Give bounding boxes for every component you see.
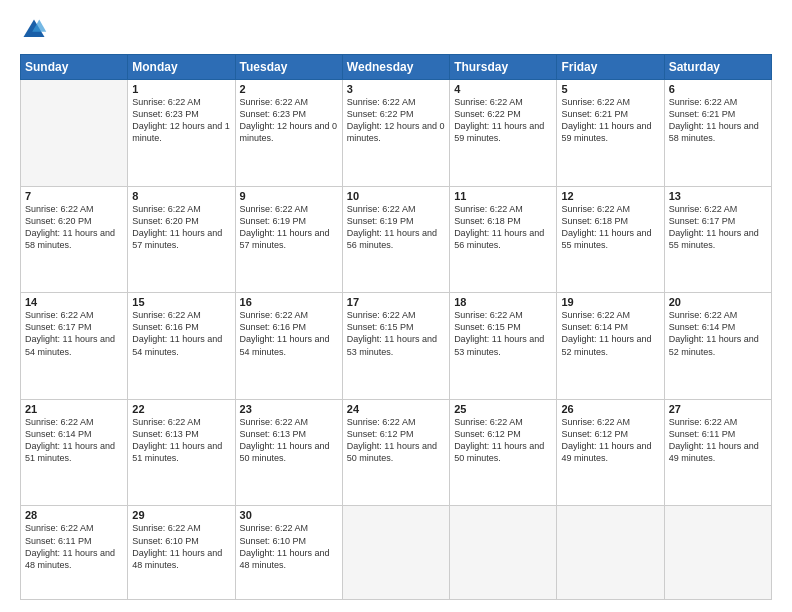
calendar-cell: 22Sunrise: 6:22 AMSunset: 6:13 PMDayligh… [128, 399, 235, 506]
calendar-cell: 3Sunrise: 6:22 AMSunset: 6:22 PMDaylight… [342, 80, 449, 187]
day-info: Sunrise: 6:22 AMSunset: 6:17 PMDaylight:… [25, 309, 123, 358]
day-number: 4 [454, 83, 552, 95]
day-info: Sunrise: 6:22 AMSunset: 6:14 PMDaylight:… [25, 416, 123, 465]
calendar-cell: 28Sunrise: 6:22 AMSunset: 6:11 PMDayligh… [21, 506, 128, 600]
calendar-cell: 5Sunrise: 6:22 AMSunset: 6:21 PMDaylight… [557, 80, 664, 187]
day-number: 26 [561, 403, 659, 415]
day-number: 15 [132, 296, 230, 308]
calendar-cell: 4Sunrise: 6:22 AMSunset: 6:22 PMDaylight… [450, 80, 557, 187]
weekday-header-friday: Friday [557, 55, 664, 80]
calendar-cell: 12Sunrise: 6:22 AMSunset: 6:18 PMDayligh… [557, 186, 664, 293]
calendar-cell: 18Sunrise: 6:22 AMSunset: 6:15 PMDayligh… [450, 293, 557, 400]
calendar-cell: 23Sunrise: 6:22 AMSunset: 6:13 PMDayligh… [235, 399, 342, 506]
day-info: Sunrise: 6:22 AMSunset: 6:15 PMDaylight:… [347, 309, 445, 358]
day-info: Sunrise: 6:22 AMSunset: 6:11 PMDaylight:… [25, 522, 123, 571]
calendar-cell: 16Sunrise: 6:22 AMSunset: 6:16 PMDayligh… [235, 293, 342, 400]
day-number: 21 [25, 403, 123, 415]
calendar-cell: 30Sunrise: 6:22 AMSunset: 6:10 PMDayligh… [235, 506, 342, 600]
day-number: 13 [669, 190, 767, 202]
day-info: Sunrise: 6:22 AMSunset: 6:10 PMDaylight:… [132, 522, 230, 571]
day-number: 28 [25, 509, 123, 521]
calendar-cell: 8Sunrise: 6:22 AMSunset: 6:20 PMDaylight… [128, 186, 235, 293]
day-info: Sunrise: 6:22 AMSunset: 6:21 PMDaylight:… [561, 96, 659, 145]
day-number: 18 [454, 296, 552, 308]
day-info: Sunrise: 6:22 AMSunset: 6:22 PMDaylight:… [454, 96, 552, 145]
day-number: 11 [454, 190, 552, 202]
calendar-cell: 19Sunrise: 6:22 AMSunset: 6:14 PMDayligh… [557, 293, 664, 400]
day-number: 10 [347, 190, 445, 202]
week-row-4: 21Sunrise: 6:22 AMSunset: 6:14 PMDayligh… [21, 399, 772, 506]
calendar-cell: 2Sunrise: 6:22 AMSunset: 6:23 PMDaylight… [235, 80, 342, 187]
day-info: Sunrise: 6:22 AMSunset: 6:13 PMDaylight:… [132, 416, 230, 465]
day-info: Sunrise: 6:22 AMSunset: 6:19 PMDaylight:… [240, 203, 338, 252]
calendar-cell [342, 506, 449, 600]
day-info: Sunrise: 6:22 AMSunset: 6:23 PMDaylight:… [240, 96, 338, 145]
weekday-header-saturday: Saturday [664, 55, 771, 80]
weekday-header-monday: Monday [128, 55, 235, 80]
calendar-cell: 27Sunrise: 6:22 AMSunset: 6:11 PMDayligh… [664, 399, 771, 506]
day-info: Sunrise: 6:22 AMSunset: 6:10 PMDaylight:… [240, 522, 338, 571]
calendar-cell: 15Sunrise: 6:22 AMSunset: 6:16 PMDayligh… [128, 293, 235, 400]
calendar-cell: 25Sunrise: 6:22 AMSunset: 6:12 PMDayligh… [450, 399, 557, 506]
calendar-cell: 26Sunrise: 6:22 AMSunset: 6:12 PMDayligh… [557, 399, 664, 506]
day-info: Sunrise: 6:22 AMSunset: 6:18 PMDaylight:… [454, 203, 552, 252]
calendar-cell: 6Sunrise: 6:22 AMSunset: 6:21 PMDaylight… [664, 80, 771, 187]
calendar-cell [450, 506, 557, 600]
calendar-cell: 24Sunrise: 6:22 AMSunset: 6:12 PMDayligh… [342, 399, 449, 506]
day-number: 5 [561, 83, 659, 95]
calendar-table: SundayMondayTuesdayWednesdayThursdayFrid… [20, 54, 772, 600]
day-number: 27 [669, 403, 767, 415]
weekday-header-thursday: Thursday [450, 55, 557, 80]
week-row-5: 28Sunrise: 6:22 AMSunset: 6:11 PMDayligh… [21, 506, 772, 600]
day-info: Sunrise: 6:22 AMSunset: 6:12 PMDaylight:… [454, 416, 552, 465]
calendar-cell: 13Sunrise: 6:22 AMSunset: 6:17 PMDayligh… [664, 186, 771, 293]
day-info: Sunrise: 6:22 AMSunset: 6:20 PMDaylight:… [132, 203, 230, 252]
day-info: Sunrise: 6:22 AMSunset: 6:14 PMDaylight:… [669, 309, 767, 358]
day-info: Sunrise: 6:22 AMSunset: 6:17 PMDaylight:… [669, 203, 767, 252]
day-number: 23 [240, 403, 338, 415]
calendar-cell: 11Sunrise: 6:22 AMSunset: 6:18 PMDayligh… [450, 186, 557, 293]
calendar-cell: 29Sunrise: 6:22 AMSunset: 6:10 PMDayligh… [128, 506, 235, 600]
calendar-cell: 10Sunrise: 6:22 AMSunset: 6:19 PMDayligh… [342, 186, 449, 293]
logo [20, 16, 52, 44]
day-number: 25 [454, 403, 552, 415]
day-info: Sunrise: 6:22 AMSunset: 6:23 PMDaylight:… [132, 96, 230, 145]
weekday-header-wednesday: Wednesday [342, 55, 449, 80]
day-number: 30 [240, 509, 338, 521]
day-number: 14 [25, 296, 123, 308]
calendar-cell [664, 506, 771, 600]
day-number: 3 [347, 83, 445, 95]
day-info: Sunrise: 6:22 AMSunset: 6:14 PMDaylight:… [561, 309, 659, 358]
day-number: 19 [561, 296, 659, 308]
week-row-2: 7Sunrise: 6:22 AMSunset: 6:20 PMDaylight… [21, 186, 772, 293]
week-row-1: 1Sunrise: 6:22 AMSunset: 6:23 PMDaylight… [21, 80, 772, 187]
logo-icon [20, 16, 48, 44]
calendar-cell: 20Sunrise: 6:22 AMSunset: 6:14 PMDayligh… [664, 293, 771, 400]
day-number: 1 [132, 83, 230, 95]
day-number: 17 [347, 296, 445, 308]
day-number: 2 [240, 83, 338, 95]
calendar-cell [21, 80, 128, 187]
weekday-header-tuesday: Tuesday [235, 55, 342, 80]
day-info: Sunrise: 6:22 AMSunset: 6:12 PMDaylight:… [347, 416, 445, 465]
day-info: Sunrise: 6:22 AMSunset: 6:22 PMDaylight:… [347, 96, 445, 145]
day-info: Sunrise: 6:22 AMSunset: 6:18 PMDaylight:… [561, 203, 659, 252]
calendar-cell: 9Sunrise: 6:22 AMSunset: 6:19 PMDaylight… [235, 186, 342, 293]
day-number: 16 [240, 296, 338, 308]
day-number: 20 [669, 296, 767, 308]
calendar-cell: 17Sunrise: 6:22 AMSunset: 6:15 PMDayligh… [342, 293, 449, 400]
day-number: 8 [132, 190, 230, 202]
weekday-header-row: SundayMondayTuesdayWednesdayThursdayFrid… [21, 55, 772, 80]
day-info: Sunrise: 6:22 AMSunset: 6:21 PMDaylight:… [669, 96, 767, 145]
weekday-header-sunday: Sunday [21, 55, 128, 80]
day-info: Sunrise: 6:22 AMSunset: 6:11 PMDaylight:… [669, 416, 767, 465]
day-number: 9 [240, 190, 338, 202]
day-info: Sunrise: 6:22 AMSunset: 6:13 PMDaylight:… [240, 416, 338, 465]
calendar-cell: 14Sunrise: 6:22 AMSunset: 6:17 PMDayligh… [21, 293, 128, 400]
calendar-cell: 21Sunrise: 6:22 AMSunset: 6:14 PMDayligh… [21, 399, 128, 506]
day-number: 12 [561, 190, 659, 202]
day-info: Sunrise: 6:22 AMSunset: 6:20 PMDaylight:… [25, 203, 123, 252]
day-number: 29 [132, 509, 230, 521]
day-info: Sunrise: 6:22 AMSunset: 6:19 PMDaylight:… [347, 203, 445, 252]
day-info: Sunrise: 6:22 AMSunset: 6:15 PMDaylight:… [454, 309, 552, 358]
